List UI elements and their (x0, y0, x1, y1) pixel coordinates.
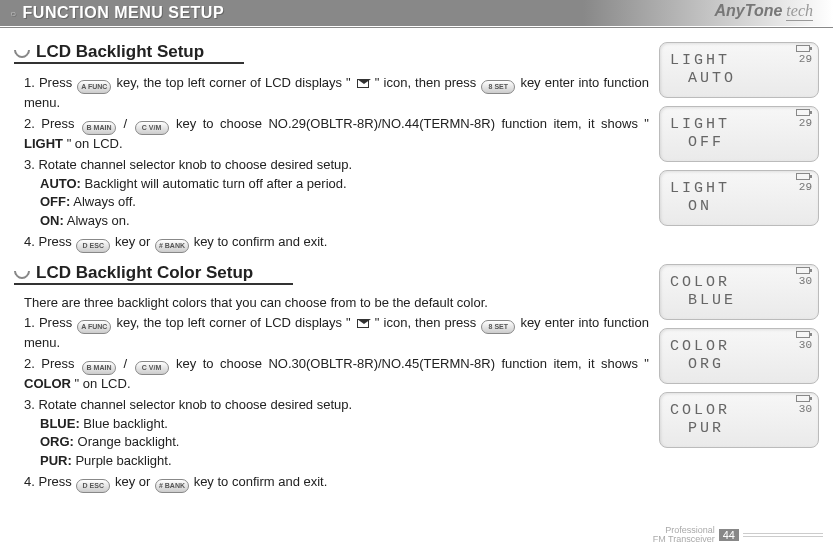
sub-on: ON: Always on. (40, 212, 649, 231)
text: key, the top left corner of LCD displays… (117, 315, 355, 330)
lcd-line2: PUR (670, 420, 808, 438)
s1-step4: 4. Press D ESC key or # BANK key to conf… (24, 233, 649, 253)
envelope-icon (357, 319, 369, 328)
text: / (123, 116, 133, 131)
battery-icon (796, 331, 810, 338)
lcd-line1: COLOR (670, 274, 808, 292)
text: key to confirm and exit. (194, 234, 328, 249)
section2-steps: 1. Press A FUNC key, the top left corner… (24, 314, 649, 493)
text: Press (41, 356, 81, 371)
lcd-light-on: 29 LIGHT ON (659, 170, 819, 226)
text: Backlight will automatic turn off after … (85, 176, 347, 191)
battery-icon (796, 395, 810, 402)
lcd-number: 30 (799, 339, 812, 351)
key-b-main: B MAIN (82, 121, 116, 135)
text: Always off. (73, 194, 136, 209)
key-c-vm: C V/M (135, 361, 169, 375)
s2-step1: 1. Press A FUNC key, the top left corner… (24, 314, 649, 353)
text: Press (39, 75, 76, 90)
lcd-number: 29 (799, 117, 812, 129)
key-c-vm: C V/M (135, 121, 169, 135)
text: " on LCD. (75, 376, 131, 391)
lcd-light-off: 29 LIGHT OFF (659, 106, 819, 162)
page-header: FUNCTION MENU SETUP AnyTone tech (0, 0, 833, 26)
section1-steps: 1. Press A FUNC key, the top left corner… (24, 74, 649, 253)
lcd-color-org: 30 COLOR ORG (659, 328, 819, 384)
battery-icon (796, 109, 810, 116)
label: ON: (40, 213, 64, 228)
s2-step4: 4. Press D ESC key or # BANK key to conf… (24, 473, 649, 493)
lcd-line2: ORG (670, 356, 808, 374)
s2-step2: 2. Press B MAIN / C V/M key to choose NO… (24, 355, 649, 394)
label: AUTO: (40, 176, 81, 191)
header-title: FUNCTION MENU SETUP (10, 4, 224, 22)
key-d-esc: D ESC (76, 239, 110, 253)
sub-blue: BLUE: Blue backlight. (40, 415, 649, 434)
page-footer: Professional FM Transceiver 44 (653, 526, 823, 544)
lcd-line1: COLOR (670, 402, 808, 420)
footer-decoration (743, 533, 823, 537)
sub-org: ORG: Orange backlight. (40, 433, 649, 452)
s1-step1: 1. Press A FUNC key, the top left corner… (24, 74, 649, 113)
text: Rotate channel selector knob to choose d… (38, 397, 352, 412)
lcd-line1: COLOR (670, 338, 808, 356)
bold-text: COLOR (24, 376, 71, 391)
step-number: 2. (24, 116, 35, 131)
label: OFF: (40, 194, 70, 209)
step-number: 4. (24, 234, 35, 249)
text: key or (115, 234, 154, 249)
text: Always on. (67, 213, 130, 228)
page-body: LCD Backlight Setup 1. Press A FUNC key,… (0, 28, 833, 503)
bold-text: LIGHT (24, 136, 63, 151)
text: Orange backlight. (78, 434, 180, 449)
lcd-column: 29 LIGHT AUTO 29 LIGHT OFF 29 LIGHT ON 3… (659, 42, 819, 503)
lcd-color-blue: 30 COLOR BLUE (659, 264, 819, 320)
text: key, the top left corner of LCD displays… (117, 75, 355, 90)
footer-text: Professional FM Transceiver (653, 526, 715, 544)
sub-pur: PUR: Purple backlight. (40, 452, 649, 471)
page-number: 44 (719, 529, 739, 541)
text: key to confirm and exit. (194, 474, 328, 489)
step-number: 3. (24, 397, 35, 412)
brand-sub: tech (786, 2, 813, 21)
key-b-main: B MAIN (82, 361, 116, 375)
text: key to choose NO.30(OBLTR-8R)/NO.45(TERM… (176, 356, 649, 371)
text: " on LCD. (67, 136, 123, 151)
s1-step2: 2. Press B MAIN / C V/M key to choose NO… (24, 115, 649, 154)
step-number: 1. (24, 75, 35, 90)
brand-logo: AnyTone tech (714, 2, 813, 21)
label: PUR: (40, 453, 72, 468)
lcd-line2: ON (670, 198, 808, 216)
text: " icon, then press (375, 75, 480, 90)
key-a-func: A FUNC (77, 80, 111, 94)
lcd-line2: AUTO (670, 70, 808, 88)
text: Press (38, 474, 75, 489)
text: Press (38, 234, 75, 249)
envelope-icon (357, 79, 369, 88)
step-number: 1. (24, 315, 35, 330)
battery-icon (796, 45, 810, 52)
lcd-line2: OFF (670, 134, 808, 152)
lcd-number: 29 (799, 181, 812, 193)
label: BLUE: (40, 416, 80, 431)
text: Press (39, 315, 76, 330)
battery-icon (796, 173, 810, 180)
section2-intro: There are three backlight colors that yo… (24, 295, 649, 310)
footer-line2: FM Transceiver (653, 535, 715, 544)
spacer (659, 234, 819, 256)
key-d-esc: D ESC (76, 479, 110, 493)
text: key to choose NO.29(OBLTR-8R)/NO.44(TERM… (176, 116, 649, 131)
main-column: LCD Backlight Setup 1. Press A FUNC key,… (14, 42, 649, 503)
step-number: 3. (24, 157, 35, 172)
text: Purple backlight. (75, 453, 171, 468)
brand-main: AnyTone (714, 2, 782, 20)
lcd-line1: LIGHT (670, 116, 808, 134)
key-hash-bank: # BANK (155, 479, 189, 493)
lcd-number: 30 (799, 403, 812, 415)
lcd-line1: LIGHT (670, 52, 808, 70)
lcd-light-auto: 29 LIGHT AUTO (659, 42, 819, 98)
lcd-number: 29 (799, 53, 812, 65)
text: Blue backlight. (83, 416, 168, 431)
text: Rotate channel selector knob to choose d… (38, 157, 352, 172)
key-8-set: 8 SET (481, 320, 515, 334)
